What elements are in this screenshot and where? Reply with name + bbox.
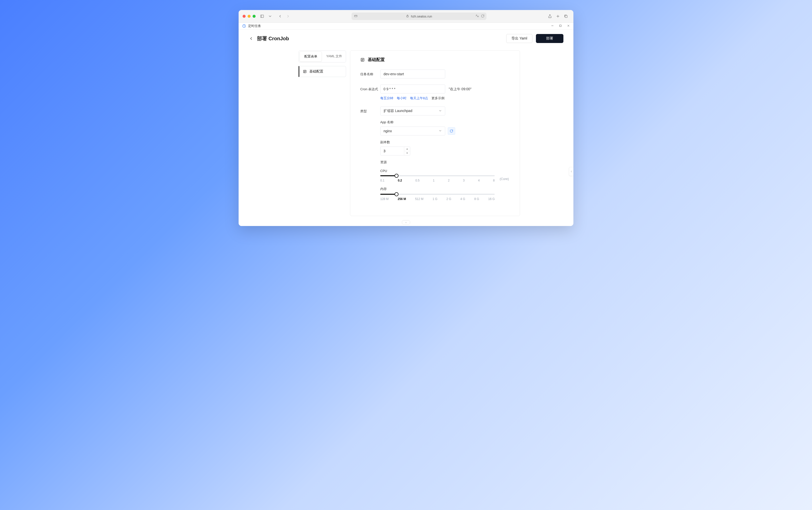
app-close-icon[interactable] <box>567 24 570 28</box>
label-task-name: 任务名称 <box>360 69 380 77</box>
replicas-input[interactable]: 3 ▲ ▼ <box>380 146 410 155</box>
slider-tick: 1 G <box>432 197 437 201</box>
browser-chrome: hzh.sealos.run <box>239 10 573 23</box>
svg-rect-11 <box>560 25 562 27</box>
slider-tick: 1 <box>433 179 435 182</box>
cron-preview: "在上午 09:00" <box>449 85 472 91</box>
memory-slider[interactable]: 128 M256 M512 M1 G2 G4 G8 G16 G <box>380 194 495 201</box>
cron-input[interactable]: 0 9 * * * <box>380 85 445 93</box>
panel-title: 基础配置 <box>368 57 385 62</box>
app-tab-bar: 定时任务 <box>239 23 573 29</box>
cpu-slider[interactable]: 0.10.20.512348 <box>380 175 495 182</box>
slider-tick: 8 G <box>474 197 479 201</box>
basic-config-panel: 基础配置 任务名称 dev-env-start Cron 表达式 <box>350 51 520 216</box>
sidebar-toggle-icon[interactable] <box>259 13 266 19</box>
slider-tick: 2 <box>448 179 450 182</box>
label-cpu: CPU <box>380 169 510 173</box>
list-icon <box>360 57 365 62</box>
nav-basic-config-label: 基础配置 <box>309 69 323 74</box>
address-url: hzh.sealos.run <box>411 15 432 18</box>
app-favicon-icon <box>242 24 246 28</box>
svg-rect-8 <box>565 16 567 18</box>
view-mode-tabs: 配置表单 YAML 文件 <box>299 51 346 62</box>
collapse-side-handle[interactable] <box>569 167 573 176</box>
type-select[interactable]: 扩缩容 Launchpad <box>380 107 445 115</box>
reload-icon[interactable] <box>481 14 484 19</box>
app-maximize-icon[interactable] <box>559 24 562 28</box>
window-maximize-dot[interactable] <box>252 15 255 18</box>
label-app-name: App 名称 <box>380 120 510 124</box>
slider-tick: 512 M <box>415 197 423 201</box>
cron-hint-daily8am[interactable]: 每天上午8点 <box>410 96 428 101</box>
label-resources: 资源 <box>380 160 510 165</box>
cron-hint-hourly[interactable]: 每小时 <box>397 96 407 101</box>
cron-hint-more[interactable]: 更多示例 <box>431 96 445 101</box>
nav-back-icon[interactable] <box>277 13 283 19</box>
page-header: 部署 CronJob 导出 Yaml 部署 <box>239 29 573 46</box>
label-type: 类型 <box>360 107 380 113</box>
slider-tick: 0.2 <box>398 179 402 182</box>
slider-tick: 16 G <box>488 197 495 201</box>
slider-tick: 4 <box>478 179 480 182</box>
app-minimize-icon[interactable] <box>551 24 554 28</box>
slider-tick: 8 <box>493 179 495 182</box>
label-cron: Cron 表达式 <box>360 85 380 91</box>
deploy-button[interactable]: 部署 <box>536 34 563 43</box>
app-tab-title: 定时任务 <box>248 24 261 28</box>
slider-tick: 128 M <box>380 197 389 201</box>
tab-yaml[interactable]: YAML 文件 <box>323 52 345 61</box>
slider-tick: 4 G <box>460 197 465 201</box>
replicas-decrement[interactable]: ▼ <box>404 151 410 155</box>
tabs-overview-icon[interactable] <box>563 13 569 19</box>
label-memory: 内存 <box>380 187 510 191</box>
tab-form[interactable]: 配置表单 <box>300 52 322 61</box>
nav-forward-icon[interactable] <box>284 13 292 19</box>
new-tab-icon[interactable] <box>554 13 562 19</box>
chevron-down-icon[interactable] <box>267 13 274 19</box>
label-replicas: 副本数 <box>380 140 510 144</box>
app-select[interactable]: nginx <box>380 126 445 136</box>
translate-icon[interactable] <box>476 14 479 19</box>
content-area: 部署 CronJob 导出 Yaml 部署 配置表单 YAML 文件 基础配置 <box>239 29 573 226</box>
traffic-lights <box>243 15 255 18</box>
back-button[interactable] <box>249 36 253 41</box>
browser-window: hzh.sealos.run <box>239 10 573 226</box>
svg-rect-4 <box>407 16 408 17</box>
cpu-slider-thumb[interactable] <box>394 174 398 178</box>
page-title: 部署 CronJob <box>257 35 289 42</box>
nav-basic-config[interactable]: 基础配置 <box>299 66 346 77</box>
refresh-apps-button[interactable] <box>448 127 455 135</box>
slider-tick: 3 <box>463 179 465 182</box>
cron-hint-every5min[interactable]: 每五分钟 <box>380 96 393 101</box>
svg-rect-0 <box>261 15 264 18</box>
slider-tick: 2 G <box>447 197 451 201</box>
chevron-down-icon <box>439 129 442 133</box>
export-yaml-button[interactable]: 导出 Yaml <box>506 34 533 43</box>
task-name-input[interactable]: dev-env-start <box>380 69 445 79</box>
replicas-increment[interactable]: ▲ <box>404 147 410 151</box>
svg-rect-2 <box>355 15 357 17</box>
memory-slider-thumb[interactable] <box>394 192 398 196</box>
chevron-down-icon <box>439 109 442 113</box>
expand-panel-handle[interactable] <box>402 221 410 225</box>
cpu-unit: (Core) <box>500 177 510 181</box>
lock-icon <box>406 15 409 18</box>
share-icon[interactable] <box>546 13 553 19</box>
slider-tick: 0.5 <box>415 179 420 182</box>
window-minimize-dot[interactable] <box>248 15 250 18</box>
slider-tick: 256 M <box>398 197 406 201</box>
address-bar[interactable]: hzh.sealos.run <box>352 12 486 20</box>
site-settings-icon[interactable] <box>354 14 358 19</box>
slider-tick: 0.1 <box>380 179 385 182</box>
window-close-dot[interactable] <box>243 15 246 18</box>
form-sidebar: 配置表单 YAML 文件 基础配置 <box>299 51 346 77</box>
